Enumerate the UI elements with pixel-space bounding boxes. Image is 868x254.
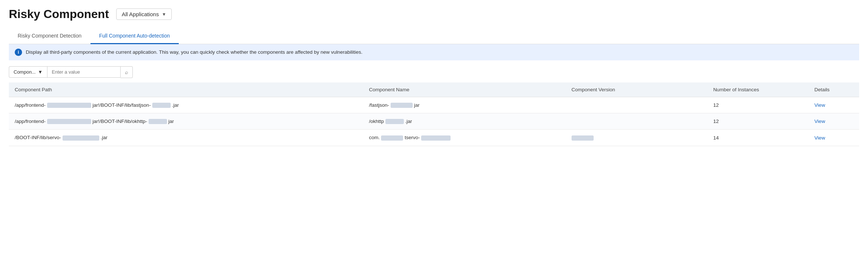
row3-instances: 14: [707, 130, 808, 146]
info-icon: i: [15, 49, 22, 56]
table-row: /BOOT-INF/lib/servo- .jar com. tservo- 1…: [9, 130, 859, 146]
app-dropdown-label: All Applications: [122, 11, 159, 17]
col-header-details: Details: [808, 82, 859, 97]
redacted-block: [63, 135, 99, 141]
info-banner-text: Display all third-party components of th…: [26, 49, 362, 55]
col-header-instances: Number of Instances: [707, 82, 808, 97]
row1-instances: 12: [707, 97, 808, 113]
redacted-block: [149, 119, 167, 124]
row2-name: /okhttp .jar: [363, 113, 565, 129]
row2-details: View: [808, 113, 859, 129]
components-table: Component Path Component Name Component …: [9, 82, 859, 146]
info-banner: i Display all third-party components of …: [9, 44, 859, 60]
app-dropdown-button[interactable]: All Applications ▼: [116, 8, 172, 20]
row3-path: /BOOT-INF/lib/servo- .jar: [9, 130, 363, 146]
page-title: Risky Component: [9, 7, 109, 21]
filter-type-dropdown[interactable]: Compon... ▼: [9, 66, 47, 78]
redacted-block: [421, 135, 451, 141]
row1-path: /app/frontend- jar!/BOOT-INF/lib/fastjso…: [9, 97, 363, 113]
row3-details: View: [808, 130, 859, 146]
search-button[interactable]: ⌕: [121, 66, 133, 78]
row2-path: /app/frontend- jar!/BOOT-INF/lib/okhttp-…: [9, 113, 363, 129]
chevron-down-icon: ▼: [162, 12, 166, 17]
row1-name: /fastjson- jar: [363, 97, 565, 113]
tab-risky-component-detection[interactable]: Risky Component Detection: [9, 28, 90, 44]
filter-row: Compon... ▼ ⌕: [9, 60, 859, 82]
row2-version: [566, 113, 707, 129]
row1-details: View: [808, 97, 859, 113]
row3-version: [566, 130, 707, 146]
redacted-block: [381, 135, 403, 141]
view-link[interactable]: View: [814, 102, 825, 108]
table-header-row: Component Path Component Name Component …: [9, 82, 859, 97]
redacted-block: [47, 119, 91, 124]
table-row: /app/frontend- jar!/BOOT-INF/lib/okhttp-…: [9, 113, 859, 129]
page-header: Risky Component All Applications ▼: [9, 7, 859, 21]
redacted-block: [152, 103, 171, 108]
view-link[interactable]: View: [814, 135, 825, 141]
row3-name: com. tservo-: [363, 130, 565, 146]
redacted-block: [391, 103, 413, 108]
tabs-container: Risky Component Detection Full Component…: [9, 28, 859, 44]
redacted-block: [47, 103, 91, 108]
search-icon: ⌕: [125, 69, 128, 75]
filter-dropdown-label: Compon...: [14, 69, 36, 75]
page-container: Risky Component All Applications ▼ Risky…: [0, 0, 868, 154]
filter-value-input[interactable]: [47, 66, 121, 78]
table-row: /app/frontend- jar!/BOOT-INF/lib/fastjso…: [9, 97, 859, 113]
redacted-block: [572, 135, 594, 141]
col-header-name: Component Name: [363, 82, 565, 97]
chevron-down-icon: ▼: [38, 69, 43, 75]
col-header-path: Component Path: [9, 82, 363, 97]
view-link[interactable]: View: [814, 119, 825, 124]
col-header-version: Component Version: [566, 82, 707, 97]
row1-version: [566, 97, 707, 113]
tab-full-component-autodetection[interactable]: Full Component Auto-detection: [90, 28, 179, 44]
redacted-block: [385, 119, 404, 124]
row2-instances: 12: [707, 113, 808, 129]
